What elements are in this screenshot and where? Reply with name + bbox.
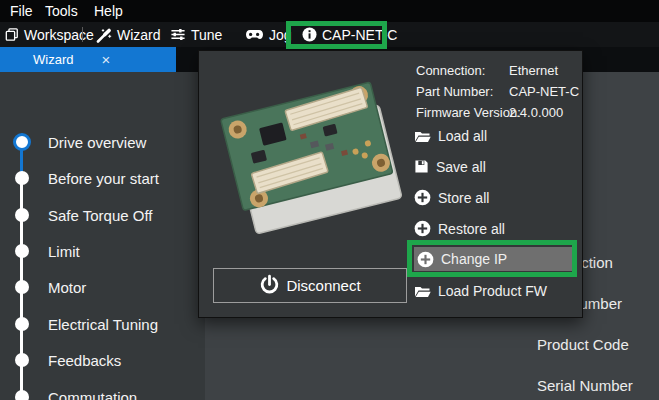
step-dot	[15, 208, 29, 222]
tab-wizard[interactable]: Wizard ×	[0, 47, 176, 72]
menu-item-label: Store all	[438, 190, 489, 206]
menu-item-load-all[interactable]: Load all	[414, 123, 564, 148]
wizard-label: Wizard	[117, 27, 161, 43]
sidebar-item-feedbacks[interactable]: Feedbacks	[0, 348, 205, 372]
step-dot	[13, 133, 31, 151]
info-value: 2.4.0.000	[509, 105, 563, 120]
menu-item-change-ip[interactable]: Change IP	[414, 247, 572, 271]
save-icon	[414, 159, 429, 174]
info-label: Part Number:	[416, 84, 493, 99]
sidebar-item-commutation[interactable]: Commutation	[0, 385, 205, 400]
sidebar-item-safe-torque-off[interactable]: Safe Torque Off	[0, 203, 205, 227]
menu-bar: File Tools Help	[0, 0, 659, 22]
info-label: Firmware Version:	[416, 105, 521, 120]
sidebar-item-drive-overview[interactable]: Drive overview	[0, 130, 205, 154]
step-dot	[15, 390, 29, 400]
wizard-button[interactable]: Wizard	[96, 22, 161, 47]
field-label: Serial Number	[537, 377, 633, 395]
sliders-icon	[170, 27, 186, 42]
step-dot	[15, 353, 29, 367]
info-icon	[302, 27, 317, 42]
device-menu-button[interactable]: CAP-NET-C	[302, 22, 397, 47]
toolbar: Workspace Wizard Tune Jog CAP-NET-C	[0, 22, 659, 47]
menu-item-label: Load all	[438, 128, 487, 144]
tune-label: Tune	[191, 27, 222, 43]
wand-icon	[96, 27, 112, 43]
power-icon	[259, 274, 280, 298]
menu-item-load-product-fw[interactable]: Load Product FW	[414, 278, 564, 303]
menu-item-restore-all[interactable]: Restore all	[414, 216, 564, 241]
folder-open-icon	[414, 283, 431, 298]
menu-item-label: Restore all	[438, 221, 505, 237]
workspace-label: Workspace	[24, 27, 94, 43]
folder-open-icon	[414, 128, 431, 143]
tune-button[interactable]: Tune	[170, 22, 222, 47]
step-dot	[15, 280, 29, 294]
sidebar-item-before-your-start[interactable]: Before your start	[0, 166, 205, 190]
jog-button[interactable]: Jog	[245, 22, 292, 47]
gamepad-icon	[245, 27, 264, 42]
device-menu-label: CAP-NET-C	[322, 27, 397, 43]
step-dot	[15, 317, 29, 331]
plus-circle-icon	[414, 189, 431, 206]
device-dropdown-panel: Connection: Ethernet Part Number: CAP-NE…	[198, 50, 583, 318]
disconnect-label: Disconnect	[286, 277, 360, 294]
menu-item-label: Save all	[436, 159, 486, 175]
menu-item-label: Change IP	[441, 251, 507, 267]
step-dot	[15, 244, 29, 258]
menu-item-save-all[interactable]: Save all	[414, 154, 564, 179]
menu-tools[interactable]: Tools	[45, 0, 78, 22]
menu-file[interactable]: File	[10, 0, 33, 22]
menu-help[interactable]: Help	[94, 0, 123, 22]
field-label: Product Code	[537, 336, 629, 354]
workspace-icon	[5, 27, 19, 42]
plus-circle-icon	[414, 220, 431, 237]
sidebar-item-motor[interactable]: Motor	[0, 275, 205, 299]
servo-drive-photo	[207, 59, 409, 239]
workspace-button[interactable]: Workspace	[5, 22, 94, 47]
plus-circle-icon	[417, 251, 434, 268]
disconnect-button[interactable]: Disconnect	[213, 268, 407, 303]
info-label: Connection:	[416, 63, 485, 78]
jog-label: Jog	[269, 27, 292, 43]
step-dot	[15, 171, 29, 185]
sidebar-item-electrical-tuning[interactable]: Electrical Tuning	[0, 312, 205, 336]
info-value: Ethernet	[509, 63, 558, 78]
menu-item-store-all[interactable]: Store all	[414, 185, 564, 210]
menu-item-label: Load Product FW	[438, 283, 547, 299]
close-icon[interactable]: ×	[97, 47, 115, 72]
sidebar-item-limit[interactable]: Limit	[0, 239, 205, 263]
info-value: CAP-NET-C	[509, 84, 579, 99]
toolbar-divider	[82, 27, 83, 42]
wizard-stepper-sidebar: Drive overview Before your start Safe To…	[0, 72, 205, 400]
tab-wizard-label: Wizard	[33, 47, 73, 72]
